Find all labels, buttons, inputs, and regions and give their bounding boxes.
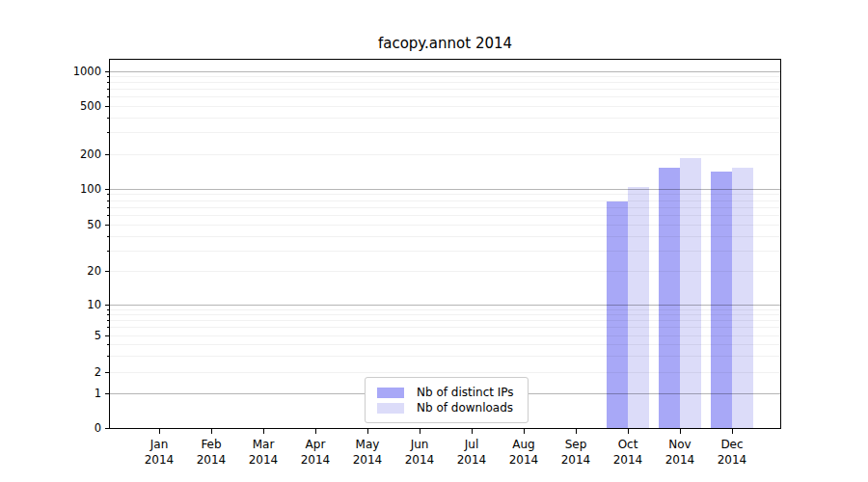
y-tick-label: 500	[58, 98, 101, 114]
x-tick	[628, 429, 629, 434]
x-tick-label: Aug2014	[498, 437, 550, 468]
legend-label-downloads: Nb of downloads	[417, 401, 513, 415]
x-label-line: May	[341, 437, 393, 452]
x-label-line: Apr	[289, 437, 341, 452]
gridline-minor	[110, 82, 780, 83]
y-minor-tick	[107, 118, 109, 119]
x-tick	[367, 429, 368, 434]
x-tick-label: Nov2014	[654, 437, 706, 468]
gridline-major	[110, 305, 780, 306]
x-tick-label: Oct2014	[602, 437, 654, 468]
x-tick-label: Jun2014	[393, 437, 446, 468]
y-minor-tick	[107, 207, 109, 208]
x-label-line: 2014	[133, 452, 185, 468]
gridline-minor	[110, 225, 780, 226]
x-tick	[524, 429, 525, 434]
x-label-line: Jan	[133, 437, 185, 452]
y-tick-label: 0	[58, 420, 101, 436]
y-tick	[105, 71, 109, 72]
x-tick-label: May2014	[341, 437, 393, 468]
gridline-minor	[110, 314, 780, 315]
y-tick	[105, 225, 109, 226]
x-label-line: 2014	[550, 452, 602, 468]
y-tick	[105, 271, 109, 272]
bar-downloads-nov	[680, 158, 701, 428]
gridline-minor	[110, 320, 780, 321]
legend-item-distinct-ips: Nb of distinct IPs	[377, 386, 516, 399]
x-label-line: 2014	[341, 452, 393, 468]
x-tick	[263, 429, 264, 434]
x-label-line: 2014	[393, 452, 446, 468]
x-label-line: 2014	[237, 452, 289, 468]
y-tick	[105, 335, 109, 336]
legend-swatch-downloads	[377, 403, 404, 414]
y-minor-tick	[107, 314, 109, 315]
x-tick	[680, 429, 681, 434]
y-minor-tick	[107, 96, 109, 97]
x-tick-label: Sep2014	[550, 437, 602, 468]
gridline-minor	[110, 335, 780, 336]
y-minor-tick	[107, 132, 109, 133]
x-label-line: 2014	[706, 452, 758, 468]
y-tick	[105, 106, 109, 107]
gridline-minor	[110, 194, 780, 195]
x-label-line: Nov	[654, 437, 706, 452]
gridline-minor	[110, 372, 780, 373]
x-label-line: Oct	[602, 437, 654, 452]
gridline-minor	[110, 118, 780, 119]
y-tick-label: 2	[58, 364, 101, 380]
y-minor-tick	[107, 82, 109, 83]
bar-downloads-oct	[628, 187, 649, 428]
x-tick	[420, 429, 420, 434]
y-tick	[105, 428, 109, 429]
gridline-minor	[110, 89, 780, 90]
x-label-line: Sep	[550, 437, 602, 452]
gridline-minor	[110, 309, 780, 310]
gridline-minor	[110, 207, 780, 208]
gridline-minor	[110, 96, 780, 97]
legend-label-distinct-ips: Nb of distinct IPs	[417, 386, 514, 399]
chart-title: facopy.annot 2014	[109, 35, 781, 52]
x-tick-label: Jan2014	[133, 437, 185, 468]
x-label-line: Mar	[237, 437, 289, 452]
y-minor-tick	[107, 89, 109, 90]
chart: facopy.annot 2014 0125102050100200500100…	[0, 0, 868, 482]
y-minor-tick	[107, 236, 109, 237]
gridline-minor	[110, 344, 780, 345]
x-tick-label: Dec2014	[706, 437, 758, 468]
x-tick	[576, 429, 577, 434]
y-minor-tick	[107, 327, 109, 328]
x-label-line: Feb	[185, 437, 237, 452]
x-tick	[315, 429, 316, 434]
gridline-major	[110, 71, 780, 72]
x-label-line: 2014	[654, 452, 706, 468]
gridline-minor	[110, 251, 780, 252]
gridline-minor	[110, 201, 780, 201]
x-label-line: 2014	[602, 452, 654, 468]
x-label-line: 2014	[498, 452, 550, 468]
y-tick-label: 5	[58, 328, 101, 343]
x-tick	[472, 429, 473, 434]
x-tick	[211, 429, 212, 434]
y-tick-label: 100	[58, 181, 101, 197]
gridline-minor	[110, 132, 780, 133]
gridline-minor	[110, 154, 780, 155]
gridline-minor	[110, 271, 780, 272]
y-minor-tick	[107, 309, 109, 310]
x-label-line: Jun	[393, 437, 446, 452]
x-label-line: 2014	[185, 452, 237, 468]
y-tick	[105, 189, 109, 190]
gridline-minor	[110, 236, 780, 237]
y-minor-tick	[107, 251, 109, 252]
gridline-minor	[110, 215, 780, 216]
y-minor-tick	[107, 194, 109, 195]
y-minor-tick	[107, 356, 109, 357]
y-tick	[105, 372, 109, 373]
gridline-minor	[110, 106, 780, 107]
gridline-major	[110, 189, 780, 190]
x-tick-label: Jul2014	[446, 437, 498, 468]
y-tick-label: 1000	[58, 64, 101, 79]
gridline-minor	[110, 327, 780, 328]
y-minor-tick	[107, 320, 109, 321]
x-label-line: Dec	[706, 437, 758, 452]
